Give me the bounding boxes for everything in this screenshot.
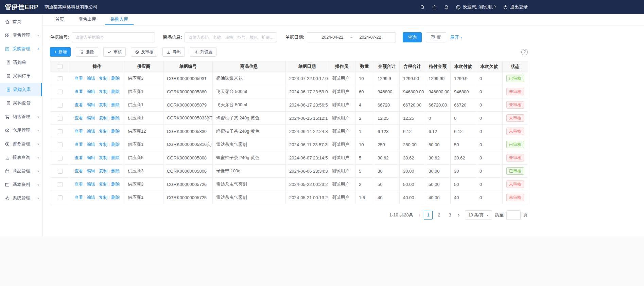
row-checkbox[interactable] bbox=[58, 169, 63, 174]
row-action-copy[interactable]: 复制 bbox=[99, 116, 107, 120]
sidebar-item-purchase[interactable]: 采购管理∧ bbox=[0, 42, 42, 56]
row-action-view[interactable]: 查看 bbox=[74, 142, 83, 147]
bill-no-input[interactable] bbox=[72, 32, 155, 42]
sidebar-item-purchase-request[interactable]: 请购单 bbox=[0, 56, 42, 69]
page-size-select[interactable]: 10 条/页 ∨ bbox=[465, 210, 492, 220]
row-action-copy[interactable]: 复制 bbox=[99, 195, 107, 200]
row-action-delete[interactable]: 删除 bbox=[111, 195, 120, 200]
cell-status: 未审核 bbox=[503, 191, 528, 204]
row-checkbox[interactable] bbox=[58, 156, 63, 160]
date-to-value[interactable]: 2024-07-22 bbox=[360, 35, 381, 40]
row-action-edit[interactable]: 编辑 bbox=[87, 89, 95, 94]
prev-page-icon[interactable]: ‹ bbox=[418, 212, 421, 218]
bell-icon[interactable] bbox=[444, 5, 449, 10]
retail-icon bbox=[5, 33, 10, 38]
search-button[interactable]: 查询 bbox=[403, 32, 422, 42]
row-action-delete[interactable]: 删除 bbox=[111, 155, 120, 160]
sidebar-item-purchase-order[interactable]: 采购订单 bbox=[0, 69, 42, 83]
row-action-edit[interactable]: 编辑 bbox=[87, 76, 95, 81]
row-checkbox[interactable] bbox=[58, 76, 63, 81]
page-3[interactable]: 3 bbox=[446, 211, 454, 220]
bank-icon[interactable] bbox=[432, 5, 437, 10]
export-button[interactable]: 导出 bbox=[162, 47, 185, 57]
row-action-copy[interactable]: 复制 bbox=[99, 142, 107, 147]
select-all-checkbox[interactable] bbox=[58, 64, 63, 69]
page-1[interactable]: 1 bbox=[424, 211, 433, 220]
cell-owed: 0 bbox=[476, 165, 503, 178]
row-action-delete[interactable]: 删除 bbox=[111, 169, 120, 173]
row-action-view[interactable]: 查看 bbox=[74, 89, 83, 94]
page-2[interactable]: 2 bbox=[435, 211, 443, 220]
sidebar-item-finance[interactable]: 财务管理∨ bbox=[0, 137, 42, 151]
audit-button[interactable]: 审核 bbox=[103, 47, 126, 57]
row-action-copy[interactable]: 复制 bbox=[99, 182, 107, 187]
row-checkbox[interactable] bbox=[58, 142, 63, 147]
date-range-picker[interactable]: 2024-04-22 ~ 2024-07-22 bbox=[307, 32, 396, 42]
row-action-edit[interactable]: 编辑 bbox=[87, 142, 95, 147]
row-checkbox[interactable] bbox=[58, 129, 63, 134]
sidebar-item-home[interactable]: 首页 bbox=[0, 15, 42, 28]
row-action-copy[interactable]: 复制 bbox=[99, 169, 107, 173]
row-action-view[interactable]: 查看 bbox=[74, 182, 83, 187]
row-action-view[interactable]: 查看 bbox=[74, 129, 83, 134]
help-icon[interactable]: ? bbox=[521, 49, 528, 55]
row-action-view[interactable]: 查看 bbox=[74, 155, 83, 160]
row-action-view[interactable]: 查看 bbox=[74, 102, 83, 107]
sidebar-item-basic[interactable]: 基本资料∨ bbox=[0, 178, 42, 191]
sidebar-item-purchase-inbound[interactable]: 采购入库 bbox=[0, 83, 42, 96]
row-checkbox[interactable] bbox=[58, 195, 63, 200]
row-action-delete[interactable]: 删除 bbox=[111, 102, 120, 107]
row-action-delete[interactable]: 删除 bbox=[111, 89, 120, 94]
next-page-icon[interactable]: › bbox=[457, 212, 460, 218]
tab-retail-outbound[interactable]: 零售出库 bbox=[73, 14, 102, 25]
cell-bill_no: CGRK00000005830 bbox=[163, 125, 213, 138]
row-action-delete[interactable]: 删除 bbox=[111, 116, 120, 120]
row-action-view[interactable]: 查看 bbox=[74, 195, 83, 200]
sidebar-item-goods[interactable]: 商品管理∨ bbox=[0, 164, 42, 178]
row-action-edit[interactable]: 编辑 bbox=[87, 102, 95, 107]
row-action-delete[interactable]: 删除 bbox=[111, 142, 120, 147]
column-settings-button[interactable]: 列设置 bbox=[190, 47, 216, 57]
column-header: 金额合计 bbox=[374, 61, 400, 72]
row-action-copy[interactable]: 复制 bbox=[99, 102, 107, 107]
row-action-delete[interactable]: 删除 bbox=[111, 129, 120, 134]
logout-button[interactable]: 退出登录 bbox=[503, 4, 528, 10]
tab-home[interactable]: 首页 bbox=[50, 14, 70, 25]
row-action-view[interactable]: 查看 bbox=[74, 76, 83, 81]
row-action-copy[interactable]: 复制 bbox=[99, 129, 107, 134]
row-action-edit[interactable]: 编辑 bbox=[87, 182, 95, 187]
unaudit-button[interactable]: 反审核 bbox=[131, 47, 157, 57]
row-checkbox[interactable] bbox=[58, 103, 63, 108]
search-icon[interactable] bbox=[420, 5, 425, 10]
row-action-edit[interactable]: 编辑 bbox=[87, 195, 95, 200]
date-from-value[interactable]: 2024-04-22 bbox=[321, 35, 343, 40]
row-action-edit[interactable]: 编辑 bbox=[87, 155, 95, 160]
add-button[interactable]: + 新增 bbox=[50, 47, 71, 57]
row-action-edit[interactable]: 编辑 bbox=[87, 129, 95, 134]
delete-button[interactable]: 删除 bbox=[76, 47, 98, 57]
sidebar-item-purchase-return[interactable]: 采购退货 bbox=[0, 96, 42, 110]
row-checkbox[interactable] bbox=[58, 90, 63, 94]
row-checkbox[interactable] bbox=[58, 116, 63, 121]
user-menu[interactable]: 欢迎您, 测试用户 bbox=[456, 4, 496, 10]
row-action-copy[interactable]: 复制 bbox=[99, 89, 107, 94]
jump-input[interactable] bbox=[506, 210, 521, 220]
sidebar-item-report[interactable]: 报表查询∨ bbox=[0, 151, 42, 164]
reset-button[interactable]: 重 置 bbox=[426, 32, 446, 42]
row-action-delete[interactable]: 删除 bbox=[111, 182, 120, 187]
row-action-view[interactable]: 查看 bbox=[74, 116, 83, 120]
sidebar-item-warehouse[interactable]: 仓库管理∨ bbox=[0, 123, 42, 137]
sidebar-item-retail[interactable]: 零售管理∨ bbox=[0, 28, 42, 42]
product-info-input[interactable] bbox=[185, 32, 277, 42]
row-action-edit[interactable]: 编辑 bbox=[87, 116, 95, 120]
row-action-copy[interactable]: 复制 bbox=[99, 76, 107, 81]
row-action-view[interactable]: 查看 bbox=[74, 169, 83, 173]
row-action-edit[interactable]: 编辑 bbox=[87, 169, 95, 173]
row-checkbox[interactable] bbox=[58, 182, 63, 187]
row-action-delete[interactable]: 删除 bbox=[111, 76, 120, 81]
expand-link[interactable]: 展开 ∨ bbox=[450, 34, 463, 40]
tab-purchase-inbound[interactable]: 采购入库 bbox=[105, 14, 134, 25]
sidebar-item-sales[interactable]: 销售管理∨ bbox=[0, 110, 42, 123]
sidebar-item-system[interactable]: 系统管理∨ bbox=[0, 191, 42, 205]
row-action-copy[interactable]: 复制 bbox=[99, 155, 107, 160]
